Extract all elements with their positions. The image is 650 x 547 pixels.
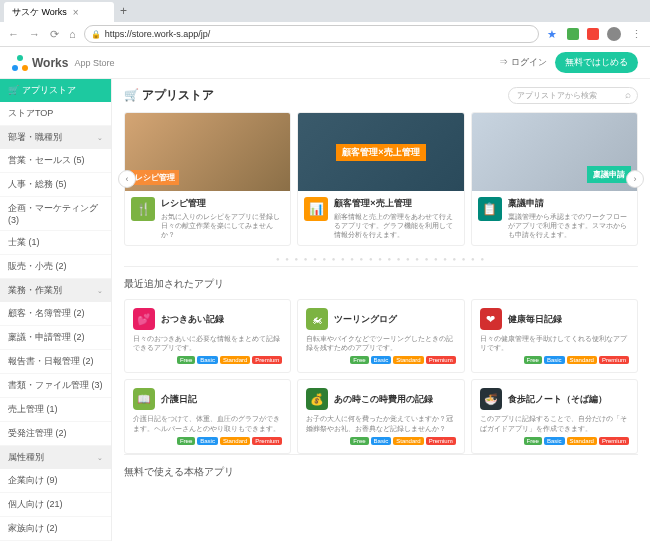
sidebar-item[interactable]: 個人向け (21) (0, 493, 111, 517)
carousel-dots[interactable]: ● ● ● ● ● ● ● ● ● ● ● ● ● ● ● ● ● ● ● ● … (124, 252, 638, 266)
extension-icon[interactable] (567, 28, 579, 40)
app-icon: 🏍 (306, 308, 328, 330)
plan-badges: FreeBasicStandardPremium (480, 437, 629, 445)
featured-card[interactable]: 稟議申請 📋 稟議申請 稟議管理から承認までのワークフローがアプリで利用できます… (471, 112, 638, 246)
app-icon: 💕 (133, 308, 155, 330)
sidebar: 🛒 アプリストア ストアTOP 部署・職種別⌄ 営業・セールス (5)人事・総務… (0, 79, 112, 541)
brand-sub: App Store (74, 58, 114, 68)
reload-button[interactable]: ⟳ (48, 28, 61, 41)
close-icon[interactable]: × (73, 7, 79, 18)
card-desc: お気に入りのレシピをアプリに登録し日々の献立作業を楽にしてみませんか？ (161, 212, 284, 239)
app-desc: お子の大人に何を費ったか覚えていますか？冠婚葬祭やお礼、お香典など記録しませんか… (306, 414, 455, 432)
app-desc: 日々の健康管理を手助けしてくれる便利なアプリです。 (480, 334, 629, 352)
recent-grid: 💕 おつきあい記録 日々のおつきあいに必要な情報をまとめて記録できるアプリです。… (124, 299, 638, 453)
app-icon: 📊 (304, 197, 328, 221)
sidebar-item[interactable]: 稟議・申請管理 (2) (0, 326, 111, 350)
app-title: おつきあい記録 (161, 313, 224, 326)
featured-card[interactable]: レシピ管理 🍴 レシピ管理 お気に入りのレシピをアプリに登録し日々の献立作業を楽… (124, 112, 291, 246)
sidebar-item[interactable]: 企画・マーケティング (3) (0, 197, 111, 231)
main-content: 🛒 アプリストア アプリストアから検索 ‹ › レシピ管理 🍴 レシピ管理 お気… (112, 79, 650, 541)
featured-card[interactable]: 顧客管理×売上管理 📊 顧客管理×売上管理 顧客情報と売上の管理をあわせて行える… (297, 112, 464, 246)
tab-title: サスケ Works (12, 6, 67, 19)
card-title: レシピ管理 (161, 197, 284, 210)
app-icon: ❤ (480, 308, 502, 330)
plan-badges: FreeBasicStandardPremium (480, 356, 629, 364)
app-title: 介護日記 (161, 393, 197, 406)
carousel-next-button[interactable]: › (626, 170, 644, 188)
lock-icon: 🔒 (91, 30, 101, 39)
plan-badges: FreeBasicStandardPremium (133, 356, 282, 364)
app-title: あの時この時費用の記録 (334, 393, 433, 406)
profile-avatar[interactable] (607, 27, 621, 41)
app-icon: 🍴 (131, 197, 155, 221)
browser-tab[interactable]: サスケ Works × (4, 2, 114, 22)
card-title: 顧客管理×売上管理 (334, 197, 457, 210)
sidebar-item[interactable]: 営業・セールス (5) (0, 149, 111, 173)
app-icon: 📋 (478, 197, 502, 221)
logo[interactable]: Works App Store (12, 55, 115, 71)
app-icon: 🍜 (480, 388, 502, 410)
sidebar-item[interactable]: 人事・総務 (5) (0, 173, 111, 197)
sidebar-category-work[interactable]: 業務・作業別⌄ (0, 279, 111, 302)
card-image: 稟議申請 (472, 113, 637, 191)
star-icon[interactable]: ★ (545, 28, 559, 41)
card-desc: 顧客情報と売上の管理をあわせて行えるアプリです。グラフ機能を利用して情報分析を行… (334, 212, 457, 239)
login-link[interactable]: ⇒ ログイン (499, 56, 547, 69)
app-desc: このアプリに記録することで、自分だけの「そばガイドアプリ」を作成できます。 (480, 414, 629, 432)
tab-bar: サスケ Works × + (0, 0, 650, 22)
sidebar-item[interactable]: 企業向け (9) (0, 469, 111, 493)
app-card[interactable]: 🍜 食歩記ノート（そば編） このアプリに記録することで、自分だけの「そばガイドア… (471, 379, 638, 453)
app-card[interactable]: 📖 介護日記 介護日記をつけて、体重、血圧のグラフができます。ヘルパーさんとのや… (124, 379, 291, 453)
app-desc: 自転車やバイクなどでツーリングしたときの記録を残すためのアプリです。 (306, 334, 455, 352)
sidebar-item[interactable]: 報告書・日報管理 (2) (0, 350, 111, 374)
sidebar-item[interactable]: 家族向け (2) (0, 517, 111, 541)
plan-badges: FreeBasicStandardPremium (133, 437, 282, 445)
forward-button[interactable]: → (27, 28, 42, 40)
app-title: 食歩記ノート（そば編） (508, 393, 607, 406)
sidebar-category-attr[interactable]: 属性種別⌄ (0, 446, 111, 469)
sidebar-item[interactable]: 書類・ファイル管理 (3) (0, 374, 111, 398)
chevron-down-icon: ⌄ (97, 134, 103, 142)
sidebar-heading: 🛒 アプリストア (0, 79, 111, 102)
card-image: 顧客管理×売上管理 (298, 113, 463, 191)
recent-section-title: 最近追加されたアプリ (124, 266, 638, 299)
app-icon: 📖 (133, 388, 155, 410)
sidebar-item-top[interactable]: ストアTOP (0, 102, 111, 126)
url-input[interactable]: 🔒 https://store.work-s.app/jp/ (84, 25, 539, 43)
sidebar-item[interactable]: 販売・小売 (2) (0, 255, 111, 279)
brand-name: Works (32, 56, 68, 70)
app-desc: 日々のおつきあいに必要な情報をまとめて記録できるアプリです。 (133, 334, 282, 352)
chevron-down-icon: ⌄ (97, 454, 103, 462)
free-section-title: 無料で使える本格アプリ (124, 454, 638, 487)
card-desc: 稟議管理から承認までのワークフローがアプリで利用できます。スマホからも申請を行え… (508, 212, 631, 239)
featured-carousel: ‹ › レシピ管理 🍴 レシピ管理 お気に入りのレシピをアプリに登録し日々の献立… (124, 112, 638, 246)
sidebar-category-dept[interactable]: 部署・職種別⌄ (0, 126, 111, 149)
new-tab-button[interactable]: + (114, 0, 133, 22)
sidebar-item[interactable]: 士業 (1) (0, 231, 111, 255)
plan-badges: FreeBasicStandardPremium (306, 437, 455, 445)
card-image: レシピ管理 (125, 113, 290, 191)
menu-icon[interactable]: ⋮ (629, 28, 644, 41)
app-card[interactable]: 💰 あの時この時費用の記録 お子の大人に何を費ったか覚えていますか？冠婚葬祭やお… (297, 379, 464, 453)
app-card[interactable]: 🏍 ツーリングログ 自転車やバイクなどでツーリングしたときの記録を残すためのアプ… (297, 299, 464, 373)
sidebar-item[interactable]: 顧客・名簿管理 (2) (0, 302, 111, 326)
plan-badges: FreeBasicStandardPremium (306, 356, 455, 364)
extension-icon[interactable] (587, 28, 599, 40)
app-title: ツーリングログ (334, 313, 397, 326)
app-title: 健康毎日記録 (508, 313, 562, 326)
search-input[interactable]: アプリストアから検索 (508, 87, 638, 104)
address-bar: ← → ⟳ ⌂ 🔒 https://store.work-s.app/jp/ ★… (0, 22, 650, 46)
app-card[interactable]: 💕 おつきあい記録 日々のおつきあいに必要な情報をまとめて記録できるアプリです。… (124, 299, 291, 373)
chevron-down-icon: ⌄ (97, 287, 103, 295)
url-text: https://store.work-s.app/jp/ (105, 29, 211, 39)
app-desc: 介護日記をつけて、体重、血圧のグラフができます。ヘルパーさんとのやり取りもできま… (133, 414, 282, 432)
sidebar-item[interactable]: 売上管理 (1) (0, 398, 111, 422)
card-title: 稟議申請 (508, 197, 631, 210)
start-button[interactable]: 無料ではじめる (555, 52, 638, 73)
sidebar-item[interactable]: 受発注管理 (2) (0, 422, 111, 446)
app-card[interactable]: ❤ 健康毎日記録 日々の健康管理を手助けしてくれる便利なアプリです。 FreeB… (471, 299, 638, 373)
page-title: 🛒 アプリストア (124, 87, 214, 104)
carousel-prev-button[interactable]: ‹ (118, 170, 136, 188)
home-button[interactable]: ⌂ (67, 28, 78, 40)
back-button[interactable]: ← (6, 28, 21, 40)
